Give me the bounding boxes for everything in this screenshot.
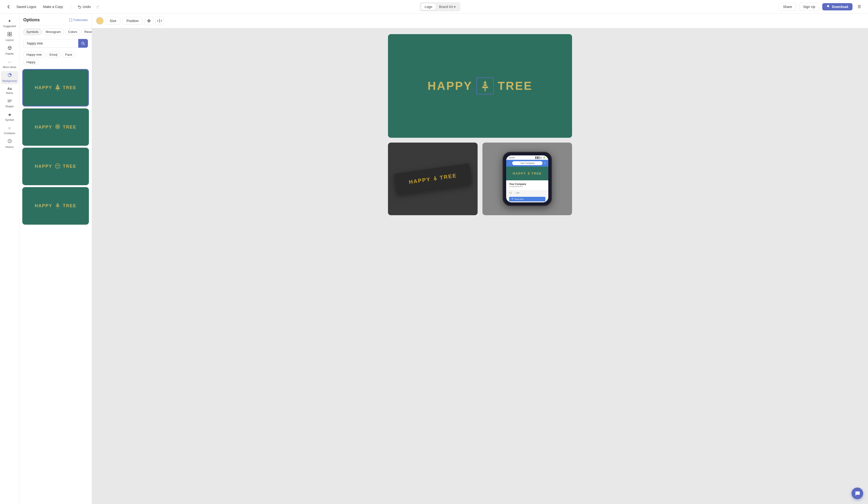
align-button[interactable]	[145, 17, 153, 25]
phone-logo-right: TREE	[531, 172, 542, 175]
redo-button[interactable]	[94, 3, 102, 10]
logo-left-4: HAPPY	[35, 203, 52, 208]
phone-company-subtitle: Product/Service	[509, 186, 545, 188]
sidebar-item-slogan[interactable]: Slogan	[1, 97, 18, 110]
sidebar-item-suggested[interactable]: ✦ Suggested	[1, 17, 18, 30]
tab-brand-kit[interactable]: Brand Kit ▾	[436, 4, 459, 10]
logo-card-1[interactable]: HAPPY TREE	[22, 69, 89, 106]
logo-text-2: HAPPY TREE	[35, 123, 76, 131]
tag-emoji[interactable]: Emoji	[46, 52, 61, 57]
main-tree-selected[interactable]	[476, 77, 494, 94]
main-tree-icon	[480, 80, 490, 92]
sidebar-item-name[interactable]: Aa Name	[1, 85, 18, 96]
tab-symbols[interactable]: Symbols	[23, 29, 42, 35]
business-card-mockup[interactable]: HAPPY TREE	[388, 143, 478, 215]
sidebar-item-symbol[interactable]: ★ Symbol	[1, 110, 18, 123]
sidebar-item-container[interactable]: ○ Container	[1, 124, 18, 137]
tree-icon-4	[54, 202, 61, 210]
phone-browser-bar: ← Your Company ↗	[506, 160, 548, 167]
canvas-area: Size Position	[92, 13, 868, 504]
position-button[interactable]: Position	[122, 17, 143, 25]
main-canvas[interactable]: HAPPY TREE	[388, 34, 572, 138]
sidebar-item-label-layout: Layout	[6, 39, 13, 41]
tab-colors[interactable]: Colors	[65, 29, 80, 35]
phone-shop-button[interactable]: Shop Now	[509, 197, 545, 201]
tab-recent[interactable]: Recent	[81, 29, 92, 35]
layout-icon	[8, 32, 12, 38]
distribute-button[interactable]	[155, 17, 164, 25]
download-button[interactable]: Download	[822, 3, 852, 10]
chat-bubble[interactable]	[851, 487, 863, 499]
sidebar-item-label-more-ideas: More Ideas	[3, 66, 16, 69]
tag-happy-tree[interactable]: Happy tree	[23, 52, 45, 57]
svg-point-17	[55, 124, 60, 129]
main-logo-right: TREE	[498, 79, 533, 93]
palette-icon	[8, 46, 12, 51]
undo-button[interactable]: Undo	[76, 3, 93, 10]
svg-point-28	[483, 83, 485, 85]
menu-button[interactable]: ☰	[855, 3, 863, 11]
back-button[interactable]	[5, 3, 13, 11]
svg-rect-2	[10, 32, 12, 34]
bc-logo-right: TREE	[439, 172, 457, 181]
symbol-icon: ★	[8, 112, 12, 117]
svg-point-32	[528, 172, 528, 173]
suggestion-tags: Happy tree Emoji Face Happy	[19, 50, 92, 67]
logo-right-3: TREE	[63, 164, 76, 169]
main-logo-display: HAPPY TREE	[427, 77, 532, 94]
fullscreen-label: Fullscreen	[73, 18, 88, 22]
phone-actions: Like	[506, 190, 548, 196]
share-button[interactable]: Share	[779, 3, 796, 11]
tag-happy[interactable]: Happy	[23, 59, 39, 65]
sidebar-item-palette[interactable]: Palette	[1, 44, 18, 57]
sidebar-item-label-suggested: Suggested	[3, 25, 16, 28]
header: Saved Logos Make a Copy Undo Logo	[0, 0, 868, 13]
sidebar-item-background[interactable]: Background	[1, 71, 18, 84]
phone-logo-left: HAPPY	[513, 172, 526, 175]
search-button[interactable]	[78, 39, 88, 48]
logo-left-2: HAPPY	[35, 125, 52, 130]
download-label: Download	[832, 5, 848, 9]
shop-label: Shop Now	[514, 198, 523, 200]
phone-signals: ▐▐▐ ▲ 🔋	[535, 156, 545, 159]
svg-rect-1	[8, 32, 9, 34]
fullscreen-button[interactable]: Fullscreen	[69, 18, 88, 22]
tab-logo[interactable]: Logo	[421, 4, 435, 10]
saved-logos-button[interactable]: Saved Logos	[17, 5, 36, 9]
logo-card-3[interactable]: HAPPY TREE	[22, 148, 89, 185]
phone-company-card: Your Company Product/Service	[506, 180, 548, 190]
sidebar-item-history[interactable]: History	[1, 137, 18, 150]
phone-tree-icon	[527, 171, 530, 176]
mockup-row: HAPPY TREE	[388, 143, 572, 215]
logo-left-1: HAPPY	[35, 85, 52, 90]
undo-label: Undo	[83, 5, 91, 9]
phone-time: 10:03	[509, 156, 515, 159]
svg-point-19	[58, 126, 59, 127]
logo-card-4[interactable]: HAPPY TREE	[22, 187, 89, 225]
size-button[interactable]: Size	[106, 17, 120, 25]
chat-icon	[855, 491, 860, 496]
tab-monogram[interactable]: Monogram	[43, 29, 64, 35]
sidebar-item-more-ideas[interactable]: ··· More Ideas	[1, 57, 18, 71]
make-copy-button[interactable]: Make a Copy	[40, 3, 66, 10]
logo-brandkit-toggle: Logo Brand Kit ▾	[421, 3, 460, 11]
svg-point-18	[56, 126, 58, 127]
color-picker[interactable]	[96, 17, 104, 25]
sidebar-item-label-palette: Palette	[5, 52, 13, 55]
signup-button[interactable]: Sign Up	[799, 3, 819, 11]
sidebar-item-label-background: Background	[2, 80, 17, 82]
tag-face[interactable]: Face	[62, 52, 75, 57]
canvas-content: HAPPY TREE	[92, 28, 868, 504]
logo-left-3: HAPPY	[35, 164, 52, 169]
phone-mockup[interactable]: 10:03 ▐▐▐ ▲ 🔋 ← Your Company ↗ HAPPY	[483, 143, 572, 215]
business-card-logo: HAPPY TREE	[408, 172, 457, 186]
logo-card-2[interactable]: HAPPY TREE	[22, 108, 89, 146]
header-left: Saved Logos Make a Copy Undo	[5, 3, 102, 11]
sidebar-item-layout[interactable]: Layout	[1, 30, 18, 43]
phone-status-bar: 10:03 ▐▐▐ ▲ 🔋	[506, 155, 548, 160]
sidebar-item-label-name: Name	[6, 92, 13, 94]
name-icon: Aa	[8, 87, 12, 91]
header-right: Share Sign Up Download ☰	[779, 3, 863, 11]
divider	[71, 4, 71, 10]
sidebar-item-label-container: Container	[4, 132, 16, 135]
